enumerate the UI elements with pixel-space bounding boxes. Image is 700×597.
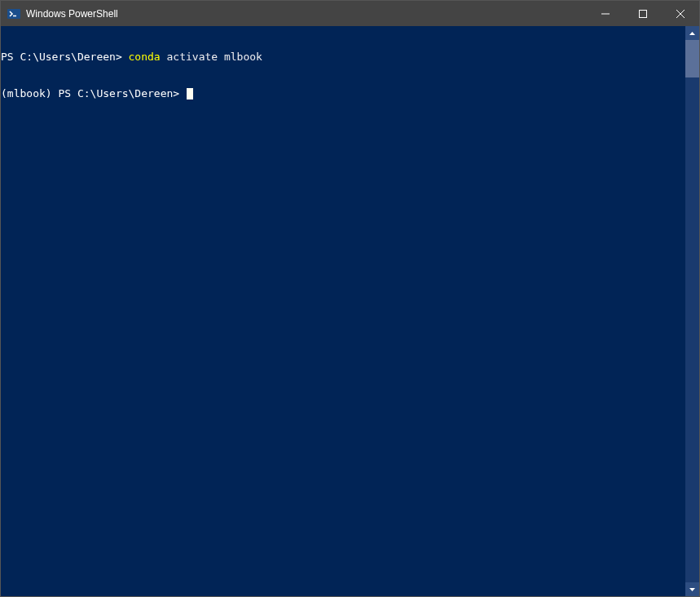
terminal-cursor: [187, 88, 193, 100]
scrollbar-track[interactable]: [685, 40, 699, 582]
svg-marker-6: [689, 32, 695, 35]
scroll-up-button[interactable]: [685, 26, 699, 40]
svg-rect-3: [640, 10, 647, 17]
powershell-window: Windows PowerShell PS C:\Users\Dereen> c…: [0, 0, 700, 597]
scrollbar-thumb[interactable]: [685, 40, 699, 77]
vertical-scrollbar[interactable]: [685, 26, 699, 596]
maximize-button[interactable]: [624, 1, 662, 26]
command-rest-1: activate mlbook: [161, 51, 262, 63]
powershell-icon: [7, 7, 20, 20]
terminal-output[interactable]: PS C:\Users\Dereen> conda activate mlboo…: [1, 26, 685, 596]
close-button[interactable]: [662, 1, 699, 26]
window-title: Windows PowerShell: [26, 8, 587, 20]
prompt-line-1: PS C:\Users\Dereen>: [1, 51, 122, 63]
window-controls: [587, 1, 699, 26]
command-highlighted-1: conda: [129, 51, 161, 63]
minimize-button[interactable]: [587, 1, 624, 26]
titlebar[interactable]: Windows PowerShell: [1, 1, 699, 26]
prompt-line-2: (mlbook) PS C:\Users\Dereen>: [1, 87, 179, 100]
svg-marker-7: [689, 588, 695, 591]
scroll-down-button[interactable]: [685, 582, 699, 596]
content-area: PS C:\Users\Dereen> conda activate mlboo…: [1, 26, 699, 596]
svg-rect-0: [7, 9, 20, 19]
